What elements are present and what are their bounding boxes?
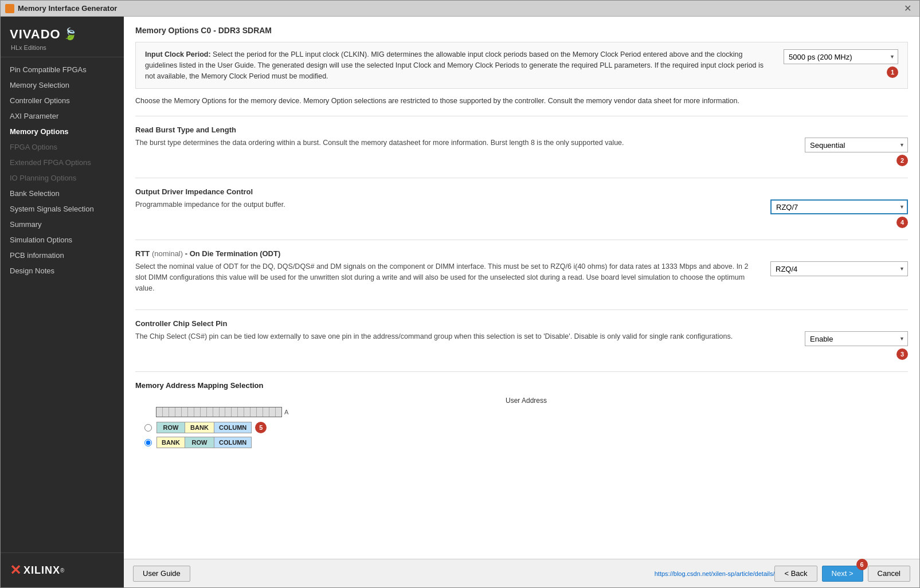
- badge-2: 2: [896, 155, 908, 166]
- sidebar-item-axi-parameter[interactable]: AXI Parameter: [1, 108, 124, 124]
- sidebar-item-design-notes[interactable]: Design Notes: [1, 263, 124, 279]
- sidebar: VIVADO 🍃 HLx Editions Pin Compatible FPG…: [1, 17, 124, 587]
- addr-cell-12: [225, 407, 232, 417]
- block-col-1: COLUMN: [214, 422, 252, 433]
- radio-row-bank-col[interactable]: [144, 424, 152, 432]
- address-map-container: User Address: [144, 397, 908, 448]
- xilinx-x-icon: ✕: [10, 562, 21, 578]
- output-driver-dropdown[interactable]: RZQ/7 RZQ/6 RZQ/5: [770, 199, 908, 214]
- chip-select-dropdown[interactable]: Enable Disable: [805, 331, 908, 346]
- next-button-container: Next > 6: [822, 566, 863, 582]
- addr-cell-19: [269, 407, 276, 417]
- mapping-option-row-bank-col: ROW BANK COLUMN 5: [144, 422, 908, 433]
- sidebar-item-pin-compatible[interactable]: Pin Compatible FPGAs: [1, 62, 124, 77]
- read-burst-row: The burst type determines the data order…: [135, 138, 908, 166]
- back-button[interactable]: < Back: [774, 566, 817, 582]
- address-mapping-section: Memory Address Mapping Selection User Ad…: [135, 381, 908, 448]
- app-icon: [5, 4, 14, 13]
- divider-1: [135, 116, 908, 116]
- rtt-title: RTT (nominal) - On Die Termination (ODT): [135, 249, 908, 258]
- radio-bank-row-col[interactable]: [144, 439, 152, 446]
- chip-select-control: Enable Disable 3: [805, 331, 908, 360]
- badge-5: 5: [255, 422, 267, 433]
- addr-cell-11: [220, 407, 226, 417]
- page-title: Memory Options C0 - DDR3 SDRAM: [135, 26, 908, 35]
- sidebar-item-system-signals-selection[interactable]: System Signals Selection: [1, 201, 124, 217]
- hlx-text: HLx Editions: [11, 44, 115, 51]
- read-burst-section: Read Burst Type and Length The burst typ…: [135, 126, 908, 166]
- input-clock-dropdown-wrapper: 5000 ps (200 MHz) 4000 ps (250 MHz) 3000…: [784, 49, 898, 64]
- read-burst-dropdown-wrapper: Sequential Interleaved: [805, 138, 908, 152]
- addr-cell-9: [207, 407, 213, 417]
- cancel-button[interactable]: Cancel: [868, 566, 910, 582]
- xilinx-logo: ✕ XILINX ®: [10, 562, 115, 578]
- sidebar-item-controller-options[interactable]: Controller Options: [1, 93, 124, 108]
- addr-cell-1: [156, 407, 163, 417]
- rtt-dropdown-wrapper: RZQ/4 RZQ/6 RZQ/2: [770, 261, 908, 276]
- navigation-buttons: < Back Next > 6 Cancel: [774, 566, 910, 582]
- addr-cell-13: [232, 407, 238, 417]
- address-mapping-title: Memory Address Mapping Selection: [135, 381, 908, 390]
- sidebar-item-memory-options[interactable]: Memory Options: [1, 124, 124, 139]
- addr-cell-16: [250, 407, 257, 417]
- rtt-row: Select the nominal value of ODT for the …: [135, 261, 908, 298]
- sidebar-item-fpga-options: FPGA Options: [1, 139, 124, 155]
- divider-4: [135, 309, 908, 310]
- vivado-text: VIVADO: [10, 27, 61, 42]
- chip-select-row: The Chip Select (CS#) pin can be tied lo…: [135, 331, 908, 360]
- window-title: Memory Interface Generator: [18, 4, 901, 13]
- chip-select-description: The Chip Select (CS#) pin can be tied lo…: [135, 331, 793, 342]
- choose-memory-text: Choose the Memory Options for the memory…: [135, 96, 908, 107]
- input-clock-section: Input Clock Period: Select the period fo…: [135, 42, 908, 89]
- addr-cell-17: [257, 407, 263, 417]
- close-button[interactable]: ✕: [901, 2, 915, 15]
- divider-3: [135, 240, 908, 240]
- divider-5: [135, 371, 908, 372]
- read-burst-description: The burst type determines the data order…: [135, 138, 793, 148]
- output-driver-row: Programmable impedance for the output bu…: [135, 199, 908, 228]
- map-blocks-row-bank-col: ROW BANK COLUMN: [156, 422, 252, 433]
- sidebar-item-bank-selection[interactable]: Bank Selection: [1, 186, 124, 201]
- sidebar-item-simulation-options[interactable]: Simulation Options: [1, 232, 124, 248]
- xilinx-text: XILINX: [24, 565, 60, 577]
- user-guide-button[interactable]: User Guide: [133, 566, 190, 582]
- addr-end-label: A: [284, 407, 288, 417]
- output-driver-control: RZQ/7 RZQ/6 RZQ/5 4: [770, 199, 908, 228]
- badge-4: 4: [896, 217, 908, 228]
- input-clock-text: Select the period for the PLL input cloc…: [145, 50, 764, 80]
- addr-cell-18: [263, 407, 269, 417]
- addr-cell-4: [175, 407, 182, 417]
- url-bar: https://blog.csdn.net/xilen-sp/article/d…: [655, 570, 775, 577]
- block-col-2: COLUMN: [214, 437, 252, 448]
- badge-1: 1: [887, 66, 898, 78]
- map-blocks-bank-row-col: BANK ROW COLUMN: [156, 437, 252, 448]
- chip-select-section: Controller Chip Select Pin The Chip Sele…: [135, 319, 908, 360]
- block-row-1: ROW: [156, 422, 185, 433]
- title-bar: Memory Interface Generator ✕: [1, 1, 919, 17]
- addr-cell-3: [169, 407, 175, 417]
- read-burst-title: Read Burst Type and Length: [135, 126, 908, 134]
- main-window: Memory Interface Generator ✕ VIVADO 🍃 HL…: [0, 0, 920, 588]
- sidebar-item-memory-selection[interactable]: Memory Selection: [1, 77, 124, 93]
- address-bar: [156, 407, 282, 417]
- main-content: Memory Options C0 - DDR3 SDRAM Input Clo…: [124, 17, 919, 587]
- sidebar-item-summary[interactable]: Summary: [1, 217, 124, 232]
- read-burst-control: Sequential Interleaved 2: [805, 138, 908, 166]
- rtt-dropdown[interactable]: RZQ/4 RZQ/6 RZQ/2: [770, 261, 908, 276]
- rtt-section: RTT (nominal) - On Die Termination (ODT)…: [135, 249, 908, 298]
- input-clock-control: 5000 ps (200 MHz) 4000 ps (250 MHz) 3000…: [784, 49, 898, 78]
- rtt-control: RZQ/4 RZQ/6 RZQ/2: [770, 261, 908, 276]
- chip-select-dropdown-wrapper: Enable Disable: [805, 331, 908, 346]
- sidebar-nav: Pin Compatible FPGAs Memory Selection Co…: [1, 57, 124, 552]
- badge-3: 3: [896, 348, 908, 360]
- input-clock-dropdown[interactable]: 5000 ps (200 MHz) 4000 ps (250 MHz) 3000…: [784, 49, 898, 64]
- addr-cell-10: [213, 407, 220, 417]
- next-button[interactable]: Next >: [822, 566, 863, 582]
- addr-cell-20: [276, 407, 281, 417]
- output-driver-title: Output Driver Impedance Control: [135, 187, 908, 196]
- address-grid: A: [156, 407, 908, 417]
- sidebar-item-io-planning-options: IO Planning Options: [1, 170, 124, 186]
- read-burst-dropdown[interactable]: Sequential Interleaved: [805, 138, 908, 152]
- divider-2: [135, 178, 908, 178]
- sidebar-item-pcb-information[interactable]: PCB information: [1, 248, 124, 263]
